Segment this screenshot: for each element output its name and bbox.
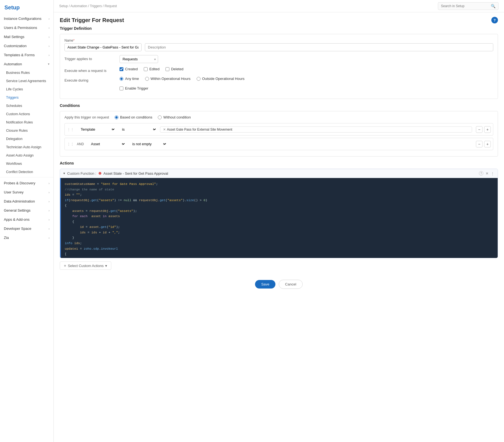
code-line-5: assets = requestObj.get("assets");	[65, 208, 494, 214]
save-button[interactable]: Save	[255, 280, 275, 289]
select-custom-actions-button[interactable]: + Select Custom Actions ▾	[60, 262, 111, 270]
condition-plus-btn-2[interactable]: +	[484, 141, 491, 147]
trigger-applies-row: Trigger applies to Requests	[64, 55, 493, 63]
action-title-prefix: Custom Function :	[67, 171, 96, 176]
action-help-icon[interactable]: ?	[479, 171, 483, 176]
radio-within-operational[interactable]: Within Operational Hours	[145, 77, 191, 81]
condition-field-select-wrap-1[interactable]: Template	[77, 125, 115, 133]
code-line-8: id = asset.get("id");	[65, 224, 494, 230]
collapse-button[interactable]: ▾	[63, 171, 65, 175]
radio-outside-operational[interactable]: Outside Operational Hours	[197, 77, 245, 81]
sidebar-item-label: Developer Space	[4, 227, 31, 231]
sidebar-item-label: Apps & Add-ons	[4, 217, 29, 222]
radio-based-on-conditions[interactable]: Based on conditions	[115, 115, 152, 119]
chevron-down-icon: ▾	[48, 62, 50, 66]
sidebar-item-zia[interactable]: Zia ›	[0, 233, 53, 242]
execute-when-row: Execute when a request is Created Edited…	[64, 67, 493, 73]
description-input[interactable]	[145, 43, 493, 51]
help-icon[interactable]: ?	[491, 17, 498, 23]
condition-minus-btn-1[interactable]: −	[476, 126, 483, 133]
condition-operator-select-wrap-1[interactable]: is	[118, 125, 157, 133]
condition-operator-select-wrap-2[interactable]: is not empty	[128, 140, 167, 148]
code-line-12: update1 = zoho.sdp.invokeurl	[65, 246, 494, 252]
condition-field-select-1[interactable]: Template	[77, 125, 115, 133]
sidebar-item-user-survey[interactable]: User Survey ›	[0, 188, 53, 197]
code-line-3: if(requestObj.get("assets") != null && r…	[65, 198, 494, 203]
sidebar-sub-item-custom-actions[interactable]: Custom Actions	[0, 110, 53, 118]
sidebar-item-label: Data Administration	[4, 199, 35, 203]
sidebar-item-label: Customization	[4, 44, 26, 48]
search-icon: 🔍	[491, 4, 495, 8]
condition-value-tag-1: ✕ Asset Gate Pass for External Site Move…	[160, 126, 472, 133]
condition-connector-2: AND	[77, 142, 84, 146]
apply-trigger-row: Apply this trigger on request Based on c…	[64, 115, 493, 119]
page-title: Edit Trigger For Request	[60, 17, 124, 23]
code-line-0: customStatusName = "Sent for Gate Pass A…	[65, 181, 494, 187]
select-custom-actions-wrap: + Select Custom Actions ▾	[60, 262, 498, 270]
sidebar-sub-item-life-cycles[interactable]: Life Cycles	[0, 85, 53, 93]
trigger-applies-select[interactable]: Requests	[120, 55, 158, 63]
drag-handle-icon[interactable]: ⋮⋮	[67, 127, 74, 131]
code-line-6: for each asset in assets	[65, 214, 494, 219]
checkbox-enable-trigger[interactable]: Enable Trigger	[120, 86, 493, 90]
action-card-header: ▾ Custom Function : Asset State - Sent f…	[60, 169, 498, 178]
drag-handle-icon-2[interactable]: ⋮⋮	[67, 142, 74, 146]
checkbox-edited[interactable]: Edited	[144, 67, 159, 71]
sidebar-item-probes-discovery[interactable]: Probes & Discovery ›	[0, 179, 53, 188]
search-input[interactable]	[441, 4, 489, 8]
sidebar-sub-item-sla[interactable]: Service Level Agreements	[0, 77, 53, 85]
sidebar-item-label: Templates & Forms	[4, 53, 35, 57]
conditions-wrap: Conditions Apply this trigger on request…	[54, 99, 504, 157]
name-required-star: *	[73, 39, 75, 42]
radio-any-time[interactable]: Any time	[120, 77, 139, 81]
sidebar-sub-item-technician-auto-assign[interactable]: Technician Auto Assign	[0, 143, 53, 151]
condition-operator-select-2[interactable]: is not empty	[128, 140, 167, 148]
enable-trigger-control: Enable Trigger	[120, 86, 493, 90]
chevron-right-icon: ›	[48, 17, 50, 20]
sidebar-item-automation[interactable]: Automation ▾	[0, 60, 53, 69]
checkbox-created[interactable]: Created	[120, 67, 138, 71]
sidebar-item-apps-add-ons[interactable]: Apps & Add-ons ›	[0, 215, 53, 224]
sidebar-item-templates-forms[interactable]: Templates & Forms ›	[0, 50, 53, 60]
condition-field-select-2[interactable]: Asset	[87, 140, 126, 148]
condition-minus-btn-2[interactable]: −	[476, 141, 483, 147]
sidebar-sub-item-workflows[interactable]: Workflows	[0, 160, 53, 168]
sidebar-item-data-administration[interactable]: Data Administration ›	[0, 197, 53, 206]
cancel-button[interactable]: Cancel	[279, 280, 302, 289]
sidebar-item-users-permissions[interactable]: Users & Permissions ›	[0, 23, 53, 32]
sidebar-sub-item-schedules[interactable]: Schedules	[0, 102, 53, 110]
sidebar-item-developer-space[interactable]: Developer Space ›	[0, 224, 53, 233]
sidebar-item-general-settings[interactable]: General Settings ›	[0, 206, 53, 215]
action-card-close-icon[interactable]: ✕	[486, 171, 489, 176]
code-line-10: }	[65, 235, 494, 241]
sidebar-sub-item-conflict-detection[interactable]: Conflict Detection	[0, 168, 53, 176]
code-line-1: //change the name of state	[65, 187, 494, 192]
select-custom-actions-label: Select Custom Actions	[68, 264, 104, 268]
trigger-applies-select-wrap[interactable]: Requests	[120, 55, 158, 63]
checkbox-deleted[interactable]: Deleted	[166, 67, 183, 71]
condition-operator-select-1[interactable]: is	[118, 125, 157, 133]
code-line-13: [	[65, 251, 494, 257]
sidebar-item-instance-configurations[interactable]: Instance Configurations ›	[0, 14, 53, 23]
trigger-name-input[interactable]	[64, 43, 142, 51]
sidebar-item-mail-settings[interactable]: Mail Settings ›	[0, 32, 53, 41]
sidebar-sub-item-notification-rules[interactable]: Notification Rules	[0, 118, 53, 126]
execute-when-control: Created Edited Deleted	[120, 67, 493, 71]
sidebar-sub-item-closure-rules[interactable]: Closure Rules	[0, 126, 53, 135]
condition-field-select-wrap-2[interactable]: Asset	[87, 140, 126, 148]
sidebar-item-customization[interactable]: Customization ›	[0, 41, 53, 50]
sidebar-sub-item-asset-auto-assign[interactable]: Asset Auto Assign	[0, 151, 53, 160]
sidebar-sub-item-business-rules[interactable]: Business Rules	[0, 69, 53, 77]
topbar: Setup / Automation / Triggers / Request …	[54, 0, 504, 12]
sidebar-item-label: Users & Permissions	[4, 26, 37, 30]
sidebar-item-label: Automation	[4, 62, 22, 66]
sidebar-sub-item-delegation[interactable]: Delegation	[0, 135, 53, 143]
condition-plus-btn-1[interactable]: +	[484, 126, 491, 133]
action-card-menu-icon[interactable]: ⋮	[491, 171, 494, 176]
chevron-right-icon: ›	[48, 218, 50, 221]
radio-without-condition[interactable]: Without condition	[158, 115, 191, 119]
code-line-4: {	[65, 203, 494, 208]
search-bar[interactable]: 🔍	[438, 2, 498, 10]
condition-value-remove-1[interactable]: ✕	[163, 128, 166, 131]
sidebar-sub-item-triggers[interactable]: Triggers	[0, 93, 53, 102]
